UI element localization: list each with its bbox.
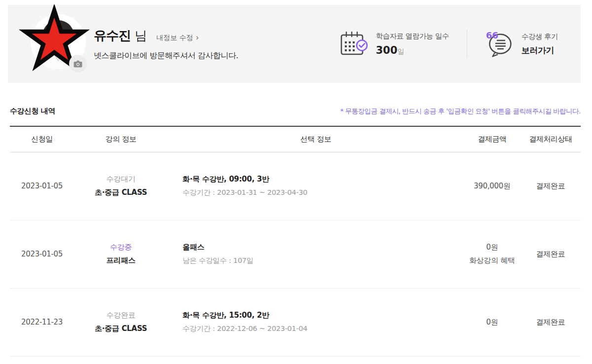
amount-benefit: 화상강의 혜택 <box>464 254 520 267</box>
enrollment-table: 신청일 강의 정보 선택 정보 결제금액 결제처리상태 2023-01-05 수… <box>10 126 581 357</box>
cell-apply-date: 2023-01-05 <box>10 152 74 220</box>
lecture-name: 초·중급 CLASS <box>74 186 168 199</box>
amount-value: 0원 <box>464 241 520 254</box>
col-header-payment-status: 결제처리상태 <box>520 126 581 152</box>
cell-selection-info: 올패스 남은 수강일수 : 107일 <box>168 220 464 288</box>
header-widgets: 학습자료 열람가능 일수 300일 66 수강생 후기 보러가기 <box>339 30 558 58</box>
user-name: 유수진 <box>94 27 131 44</box>
materials-days-label: 학습자료 열람가능 일수 <box>376 32 449 41</box>
cell-payment-status: 결제완료 <box>520 220 581 288</box>
review-speech-bubble-icon: 66 <box>485 31 514 57</box>
col-header-lecture-info: 강의 정보 <box>74 126 168 152</box>
selection-main: 화·목 수강반, 09:00, 3반 <box>183 173 464 186</box>
welcome-message: 넷스쿨라이브에 방문해주셔서 감사합니다. <box>94 51 238 61</box>
lecture-status: 수강중 <box>74 241 168 254</box>
cell-selection-info: 화·목 수강반, 15:00, 2반 수강기간 : 2022-12-06 ~ 2… <box>168 288 464 356</box>
lecture-status: 수강대기 <box>74 173 168 186</box>
reviews-label: 수강생 후기 <box>521 32 558 41</box>
col-header-payment-amount: 결제금액 <box>464 126 520 152</box>
table-row: 2023-01-05 수강중 프리패스 올패스 남은 수강일수 : 107일 0… <box>10 220 581 288</box>
cell-selection-info: 화·목 수강반, 09:00, 3반 수강기간 : 2023-01-31 ~ 2… <box>168 152 464 220</box>
cell-payment-amount: 390,000원 <box>464 152 520 220</box>
table-header-row: 신청일 강의 정보 선택 정보 결제금액 결제처리상태 <box>10 126 581 152</box>
selection-main: 화·목 수강반, 15:00, 2반 <box>183 309 464 322</box>
col-header-apply-date: 신청일 <box>10 126 74 152</box>
avatar[interactable] <box>31 14 86 70</box>
cell-lecture-info: 수강중 프리패스 <box>74 220 168 288</box>
cell-payment-status: 결제완료 <box>520 152 581 220</box>
svg-text:66: 66 <box>486 31 498 40</box>
student-reviews-widget[interactable]: 66 수강생 후기 보러가기 <box>485 31 558 57</box>
selection-sub: 남은 수강일수 : 107일 <box>183 254 464 267</box>
amount-value: 390,000원 <box>464 180 520 193</box>
selection-main: 올패스 <box>183 241 464 254</box>
cell-apply-date: 2023-01-05 <box>10 220 74 288</box>
materials-days-value: 300 <box>376 44 398 56</box>
camera-icon <box>74 60 82 68</box>
lecture-name: 프리패스 <box>74 254 168 267</box>
cell-lecture-info: 수강대기 초·중급 CLASS <box>74 152 168 220</box>
materials-days-widget: 학습자료 열람가능 일수 300일 <box>339 31 449 57</box>
change-photo-button[interactable] <box>69 55 87 73</box>
lecture-status: 수강완료 <box>74 309 168 322</box>
user-summary-panel: 유수진 님 내정보 수정 › 넷스쿨라이브에 방문해주셔서 감사합니다. <box>8 5 581 83</box>
cell-apply-date: 2022-11-23 <box>10 288 74 356</box>
cell-payment-amount: 0원 화상강의 혜택 <box>464 220 520 288</box>
chevron-right-icon: › <box>195 34 199 42</box>
cell-payment-amount: 0원 <box>464 288 520 356</box>
cell-payment-status: 결제완료 <box>520 288 581 356</box>
calendar-check-icon <box>339 31 368 57</box>
col-header-selection-info: 선택 정보 <box>168 126 464 152</box>
selection-sub: 수강기간 : 2023-01-31 ~ 2023-04-30 <box>183 186 464 199</box>
user-name-suffix: 님 <box>135 28 147 44</box>
lecture-name: 초·중급 CLASS <box>74 322 168 335</box>
deposit-notice: * 무통장입금 결제시, 반드시 송금 후 '입금확인 요청' 버튼을 클릭해주… <box>340 107 581 116</box>
amount-value: 0원 <box>464 316 520 329</box>
table-row: 2022-11-23 수강완료 초·중급 CLASS 화·목 수강반, 15:0… <box>10 288 581 356</box>
edit-profile-link[interactable]: 내정보 수정 › <box>156 34 199 42</box>
enrollment-section: 수강신청 내역 * 무통장입금 결제시, 반드시 송금 후 '입금확인 요청' … <box>0 107 592 357</box>
edit-profile-label: 내정보 수정 <box>156 34 193 42</box>
section-title: 수강신청 내역 <box>10 107 55 116</box>
cell-lecture-info: 수강완료 초·중급 CLASS <box>74 288 168 356</box>
user-greeting-block: 유수진 님 내정보 수정 › 넷스쿨라이브에 방문해주셔서 감사합니다. <box>94 27 238 61</box>
selection-sub: 수강기간 : 2022-12-06 ~ 2023-01-04 <box>183 322 464 335</box>
reviews-go-link[interactable]: 보러가기 <box>521 45 558 56</box>
materials-days-unit: 일 <box>398 47 405 55</box>
widget-divider <box>467 30 467 58</box>
table-row: 2023-01-05 수강대기 초·중급 CLASS 화·목 수강반, 09:0… <box>10 152 581 220</box>
